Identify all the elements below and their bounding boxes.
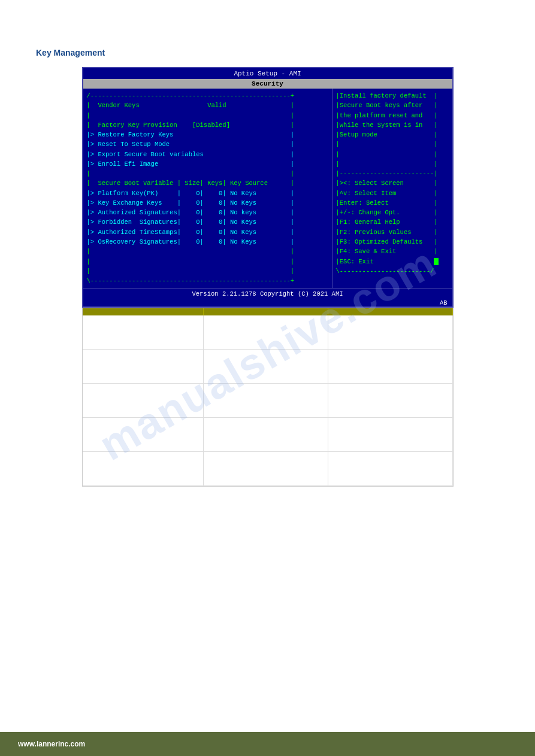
bios-version: Version 2.21.1278 Copyright (C) 2021 AMI [192, 290, 343, 297]
table-cell [328, 418, 452, 452]
scroll-indicator [434, 258, 439, 265]
table-cell [328, 384, 452, 418]
bios-enroll-efi: |> Enroll Efi Image | [87, 159, 328, 169]
table-cell [203, 452, 328, 486]
bios-help-blank-1: | | [336, 139, 449, 149]
table-cell [203, 418, 328, 452]
bios-key-f3: |F3: Optimized Defaults | [336, 237, 449, 247]
table-cell [203, 384, 328, 418]
section-title: Key Management [36, 48, 499, 57]
table-cell [83, 418, 204, 452]
bios-reset-setup: |> Reset To Setup Mode | [87, 139, 328, 149]
table-cell [83, 350, 204, 384]
bios-right-panel: |Install factory default | |Secure Boot … [333, 89, 452, 288]
bios-key-item: |^v: Select Item | [336, 189, 449, 198]
bios-separator-top: /---------------------------------------… [87, 91, 328, 101]
bios-key-change: |+/-: Change Opt. | [336, 208, 449, 217]
table-header-row [83, 308, 453, 315]
bios-key-screen: |><: Select Screen | [336, 178, 449, 188]
table-row [83, 452, 453, 486]
table-cell [328, 350, 452, 384]
table-cell [203, 350, 328, 384]
bios-left-panel: /---------------------------------------… [83, 89, 333, 288]
bios-blank-3: | | [87, 247, 328, 256]
bios-blank-4: | | [87, 257, 328, 266]
bios-help-blank-3: | | [336, 159, 449, 169]
table-row [83, 418, 453, 452]
bios-key-f4: |F4: Save & Exit | [336, 247, 449, 256]
bios-export-vars: |> Export Secure Boot variables | [87, 150, 328, 159]
table-cell [328, 315, 452, 350]
table-cell [328, 452, 452, 486]
bios-key-f1: |F1: General Help | [336, 217, 449, 227]
bios-kek: |> Key Exchange Keys | 0| 0| No Keys | [87, 198, 328, 208]
bios-container: Aptio Setup - AMI Security /------------… [82, 67, 454, 308]
bios-blank-2: | | [87, 169, 328, 178]
bios-osrecovery: |> OsRecovery Signatures| 0| 0| No Keys … [87, 237, 328, 247]
table-row [83, 315, 453, 350]
table-cell [203, 315, 328, 350]
bios-help-5: |Setup mode | [336, 130, 449, 139]
bios-body: /---------------------------------------… [83, 89, 452, 288]
bios-key-esc: |ESC: Exit [336, 257, 449, 266]
table-col-1 [83, 308, 204, 315]
bios-help-blank-2: | | [336, 150, 449, 159]
bios-tab-bar: Security [83, 79, 452, 89]
bios-title: Aptio Setup - AMI [234, 70, 301, 77]
table-row [83, 384, 453, 418]
bios-title-bar: Aptio Setup - AMI [83, 68, 452, 79]
bios-right-bottom: \------------------------/ [336, 266, 449, 276]
bios-help-1: |Install factory default | [336, 91, 449, 101]
bios-blank-1: | | [87, 111, 328, 120]
bios-forbidden-sigs: |> Forbidden Signatures| 0| 0| No Keys | [87, 217, 328, 227]
table-cell [83, 452, 204, 486]
data-table-wrapper [82, 308, 454, 487]
bios-separator-bottom: \---------------------------------------… [87, 276, 328, 286]
bios-help-3: |the platform reset and | [336, 111, 449, 120]
table-cell [83, 315, 204, 350]
bios-key-f2: |F2: Previous Values | [336, 227, 449, 237]
bios-key-enter: |Enter: Select | [336, 198, 449, 208]
table-row [83, 350, 453, 384]
footer-url: www.lannerinc.com [18, 740, 85, 748]
page-footer: www.lannerinc.com [0, 732, 535, 756]
bios-platform-key: |> Platform Key(PK) | 0| 0| No Keys | [87, 189, 328, 198]
bios-tab: Security [252, 80, 283, 87]
bios-ab: AB [83, 299, 452, 306]
bios-blank-5: | | [87, 266, 328, 276]
bios-auth-timestamps: |> Authorized TimeStamps| 0| 0| No Keys … [87, 227, 328, 237]
bios-restore-keys: |> Restore Factory Keys | [87, 130, 328, 139]
data-table [83, 308, 453, 486]
bios-help-4: |while the System is in | [336, 120, 449, 130]
bios-help-2: |Secure Boot keys after | [336, 101, 449, 110]
bios-vendor-keys: | Vendor Keys Valid | [87, 101, 328, 110]
table-cell [83, 384, 204, 418]
bios-table-header: | Secure Boot variable | Size| Keys| Key… [87, 178, 328, 188]
bios-help-divider: |-------------------------| [336, 169, 449, 178]
table-col-3 [328, 308, 452, 315]
bios-factory-key: | Factory Key Provision [Disabled] | [87, 120, 328, 130]
table-col-2 [203, 308, 328, 315]
bios-auth-sigs: |> Authorized Signatures| 0| 0| No keys … [87, 208, 328, 217]
bios-footer: Version 2.21.1278 Copyright (C) 2021 AMI [83, 288, 452, 299]
page-content: Key Management Aptio Setup - AMI Securit… [0, 0, 535, 535]
